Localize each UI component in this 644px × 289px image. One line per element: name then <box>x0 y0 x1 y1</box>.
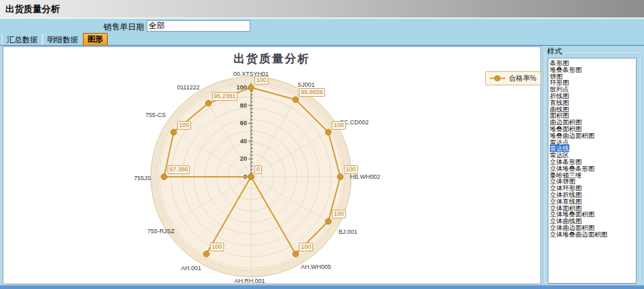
legend: 合格率% <box>485 71 541 85</box>
value-label: 100 <box>332 121 346 130</box>
content-area: 020406080100 出货质量分析 合格率% 00.XTSYH01100SJ… <box>0 45 644 285</box>
category-label: 755-RJSZ <box>147 228 175 235</box>
tab-2[interactable]: 图形 <box>83 33 108 45</box>
value-label: 97.386 <box>168 165 190 174</box>
category-label: AH.001 <box>181 265 201 272</box>
category-label: HB.WH002 <box>350 173 380 180</box>
axis-tick-label: 40 <box>240 137 247 144</box>
date-filter-input[interactable] <box>147 20 250 32</box>
legend-label: 合格率% <box>509 74 536 83</box>
axis-tick-label: 80 <box>240 101 247 109</box>
style-list-item[interactable]: 立体堆叠曲边面积图 <box>548 231 636 238</box>
value-label: 100 <box>210 243 224 251</box>
value-label: 100 <box>332 210 346 218</box>
data-point <box>171 129 177 135</box>
category-label: SJ001 <box>297 81 315 88</box>
value-label: 100 <box>254 76 269 85</box>
page-title: 出货质量分析 <box>5 3 60 15</box>
data-point <box>326 218 332 224</box>
tab-bar: 汇总数据明细数据图形 <box>0 32 644 45</box>
chart-title: 出货质量分析 <box>3 51 540 67</box>
category-label: 0111222 <box>177 84 200 91</box>
data-point <box>293 251 299 257</box>
value-label: 100 <box>344 165 358 174</box>
category-label: AH.RH.001 <box>234 278 265 284</box>
axis-tick-label: 20 <box>240 155 247 162</box>
style-groupbox-title: 样式 <box>546 46 563 56</box>
tab-0[interactable]: 汇总数据 <box>2 34 42 45</box>
style-list[interactable]: 条形图堆叠条形图饼图环形图散列点折线图直线图曲线图面积图曲边面积图堆叠面积图堆叠… <box>548 58 637 284</box>
data-point <box>248 174 254 180</box>
value-label: 0 <box>254 165 262 174</box>
category-label: BJ.001 <box>338 229 357 235</box>
category-label: AH.WH005 <box>301 263 331 270</box>
legend-marker-icon <box>489 75 507 82</box>
data-point <box>293 97 299 103</box>
status-strip <box>0 285 644 289</box>
data-point <box>248 85 254 91</box>
data-point <box>206 100 212 106</box>
data-point <box>161 174 167 180</box>
axis-tick-label: 60 <box>240 119 247 126</box>
value-label: 100 <box>299 243 313 251</box>
value-label: 95.2381 <box>212 92 238 101</box>
value-label: 99.8659 <box>299 88 325 97</box>
tab-1[interactable]: 明细数据 <box>42 34 83 45</box>
category-label: 755JS <box>134 175 151 181</box>
value-label: 100 <box>177 121 191 130</box>
data-point <box>203 251 209 257</box>
date-filter-label: 销售单日期 <box>101 22 144 33</box>
title-bar: 出货质量分析 <box>0 0 644 18</box>
radar-chart-svg: 020406080100 <box>3 47 540 284</box>
chart-panel: 020406080100 出货质量分析 合格率% 00.XTSYH01100SJ… <box>3 46 541 284</box>
data-point <box>337 174 343 180</box>
category-label: 755-CS <box>145 112 166 118</box>
data-point <box>326 129 332 135</box>
filter-bar: 销售单日期 <box>0 18 644 32</box>
